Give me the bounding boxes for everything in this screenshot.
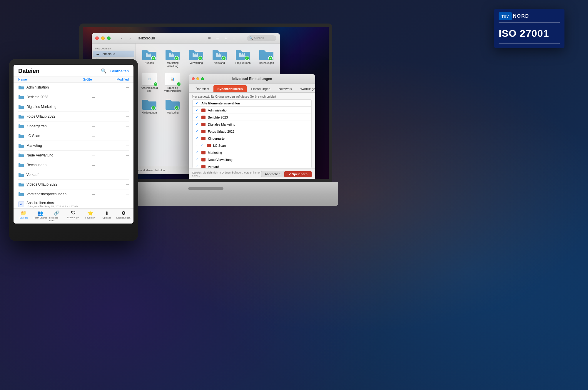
- dialog-footer: Dateien, die sich nicht in Ordnern befin…: [189, 168, 315, 179]
- folder-kunden[interactable]: ✓ Kunden: [139, 46, 160, 69]
- col-modified-header[interactable]: Modified: [92, 78, 129, 81]
- col-name-header[interactable]: Name: [18, 78, 67, 81]
- sync-item-lcscan[interactable]: › ✓ LC-Scan: [193, 142, 311, 149]
- view-list-btn[interactable]: ☰: [214, 35, 221, 42]
- sync-badge-anschreiben: ✓: [153, 82, 158, 86]
- ipad-footer-label-einstellungen: Einstellungen: [116, 216, 131, 219]
- folder-marketing[interactable]: ✓ Marketing Abteilung: [162, 46, 183, 69]
- sync-item-digitales[interactable]: ✓ Digitales Marketing: [193, 121, 311, 128]
- ipad-folder-lcscan[interactable]: LC-Scan — —: [18, 131, 129, 141]
- ipad-folder-digitales[interactable]: Digitales Marketing — —: [18, 102, 129, 112]
- minimize-button[interactable]: [101, 36, 105, 40]
- ipad-folder-date-marketing: —: [95, 144, 129, 147]
- ipad-file-meta-anschreiben: 10.8k, modified May 25, 2023 at 9:41:57 …: [26, 205, 129, 208]
- sync-list: ✓ Alle Elemente auswählen ✓ Administrati…: [192, 99, 312, 168]
- ipad-footer-icon-sicherungen: 🛡: [71, 210, 76, 216]
- svg-text:✓: ✓: [152, 107, 155, 110]
- ipad-folder-marketing[interactable]: Marketing — —: [18, 141, 129, 151]
- ipad-footer-label-favoriten: Favoriten: [85, 216, 95, 219]
- ipad-folder-videos[interactable]: Videos Urlaub 2022 — —: [18, 180, 129, 189]
- sync-item-berichte[interactable]: ✓ Berichte 2023: [193, 114, 311, 121]
- tab-einstellungen[interactable]: Einstellungen: [247, 85, 274, 92]
- folder-projektbonn[interactable]: ✓ Projekt Bonn: [233, 46, 254, 69]
- ipad-folder-rechnungen[interactable]: Rechnungen — —: [18, 160, 129, 170]
- svg-point-24: [243, 53, 244, 55]
- folder-dot-digitales: [201, 123, 206, 126]
- dialog-minimize[interactable]: [196, 77, 199, 80]
- nav-forward[interactable]: ›: [127, 35, 133, 41]
- finder-titlebar: ‹ › leitzcloud ⊞ ☰ ⊟ ↑ ⋯ 🔍 Suchen: [92, 33, 280, 44]
- folder-verwaltung[interactable]: ✓ Verwaltung: [186, 46, 207, 69]
- ipad-folder-verkauf[interactable]: Verkauf — —: [18, 170, 129, 180]
- ipad-footer-teamshares[interactable]: 👥 Team Shares: [33, 210, 48, 222]
- ipad-folder-berichte[interactable]: Berichte 2023 — —: [18, 92, 129, 102]
- ipad-folder-icon-verkauf: [18, 172, 24, 178]
- svg-point-18: [218, 53, 219, 55]
- sync-item-kinder[interactable]: ✓ Kindergarten: [193, 135, 311, 142]
- folder-dot-neueverwaltung: [201, 158, 206, 161]
- ipad-footer-uploads[interactable]: ⬆ Uploads: [99, 210, 115, 222]
- sync-item-marketing[interactable]: ✓ Marketing: [193, 149, 311, 156]
- ipad-folder-name-lcscan: LC-Scan: [26, 134, 72, 138]
- svg-text:✓: ✓: [176, 57, 178, 60]
- svg-point-23: [241, 53, 243, 55]
- search-box[interactable]: 🔍 Suchen: [247, 35, 276, 41]
- ipad-folder-administration[interactable]: Administration — —: [18, 83, 129, 92]
- share-btn[interactable]: ↑: [230, 35, 238, 42]
- ipad-folder-kinder[interactable]: Kindergarten — —: [18, 121, 129, 131]
- folder-label-projektbonn: Projekt Bonn: [235, 61, 251, 65]
- col-size-header[interactable]: Größe: [67, 78, 92, 81]
- sync-item-fotos[interactable]: ✓ Fotos Urlaub 2022: [193, 128, 311, 135]
- cancel-button[interactable]: Abbrechen: [261, 171, 284, 177]
- sync-item-admin[interactable]: ✓ Administration: [193, 107, 311, 114]
- file-anschreiben[interactable]: 📄 ✓ Anschreiben.docx: [139, 71, 160, 94]
- ipad-file-anschreiben[interactable]: W Anschreiben.docx 10.8k, modified May 2…: [18, 199, 129, 208]
- sync-item-verkauf[interactable]: ✓ Verkauf: [193, 163, 311, 168]
- folder-dot-lcscan: [207, 144, 211, 147]
- ipad-footer-icon-freigabe: 🔗: [54, 210, 60, 216]
- ipad-folder-date-vorstand: —: [95, 193, 129, 196]
- ipad-folder-date-rechnungen: —: [95, 164, 129, 166]
- ipad-folder-icon-neue: [18, 152, 24, 158]
- sidebar-label-leitzcloud: leitzcloud: [102, 52, 115, 56]
- search-button[interactable]: 🔍: [101, 68, 107, 74]
- folder-marketing2[interactable]: ✓ Marketing: [162, 96, 183, 120]
- folder-rechnungen[interactable]: ✓ Rechnungen: [256, 46, 277, 69]
- ipad-folder-size-marketing: —: [72, 144, 95, 147]
- save-button[interactable]: ✓ Speichern: [284, 171, 312, 177]
- ipad-footer-sicherungen[interactable]: 🛡 Sicherungen: [66, 210, 81, 222]
- more-btn[interactable]: ⋯: [239, 35, 246, 42]
- file-branding[interactable]: 📊 ✓ Branding Vorschlag.pptx: [162, 71, 183, 94]
- dialog-close[interactable]: [192, 77, 195, 80]
- tab-netzwerk[interactable]: Netzwerk: [275, 85, 296, 92]
- expand-lcscan-icon[interactable]: ›: [196, 144, 198, 147]
- sync-item-neueverwaltung[interactable]: ✓ Neue Verwaltung: [193, 156, 311, 163]
- edit-button[interactable]: Bearbeiten: [110, 69, 129, 73]
- pptx-icon: 📊: [171, 77, 174, 81]
- sync-label-fotos: Fotos Urlaub 2022: [208, 130, 235, 133]
- folder-icon-marketing: ✓: [165, 48, 180, 61]
- view-grid-btn[interactable]: ⊞: [206, 35, 213, 42]
- folder-vorstand[interactable]: ✓ Vorstand: [209, 46, 230, 69]
- view-col-btn[interactable]: ⊟: [222, 35, 229, 42]
- sync-item-all[interactable]: ✓ Alle Elemente auswählen: [193, 100, 311, 107]
- ipad-footer-freigabe[interactable]: 🔗 Freigabe-Links: [49, 210, 65, 222]
- close-button[interactable]: [95, 36, 99, 40]
- check-fotos-icon: ✓: [196, 129, 199, 133]
- folder-kindergarten[interactable]: ✓ Kindergarten: [139, 96, 160, 120]
- dialog-maximize[interactable]: [201, 77, 204, 80]
- ipad-folder-neueverwaltung[interactable]: Neue Verwaltung — —: [18, 151, 129, 160]
- ipad-footer-einstellungen[interactable]: ⚙ Einstellungen: [116, 210, 131, 222]
- ipad-folder-size-digitales: —: [72, 105, 95, 109]
- tab-ubersicht[interactable]: Übersicht: [192, 85, 213, 92]
- tab-synchronisieren[interactable]: Synchronisieren: [213, 85, 246, 92]
- ipad-folder-name-kinder: Kindergarten: [26, 124, 72, 128]
- ipad-folder-fotos[interactable]: Fotos Urlaub 2022 — —: [18, 112, 129, 121]
- ipad-footer-favoriten[interactable]: ⭐ Favoriten: [82, 210, 98, 222]
- nav-back[interactable]: ‹: [119, 35, 125, 41]
- maximize-button[interactable]: [107, 36, 111, 40]
- ipad-footer-dateien[interactable]: 📁 Dateien: [16, 210, 31, 222]
- sidebar-item-leitzcloud[interactable]: ☁ leitzcloud: [93, 51, 134, 57]
- ipad-folder-vorstand[interactable]: Vorstandsbesprechungen — —: [18, 189, 129, 199]
- tab-warnungen[interactable]: Warnungen: [297, 85, 315, 92]
